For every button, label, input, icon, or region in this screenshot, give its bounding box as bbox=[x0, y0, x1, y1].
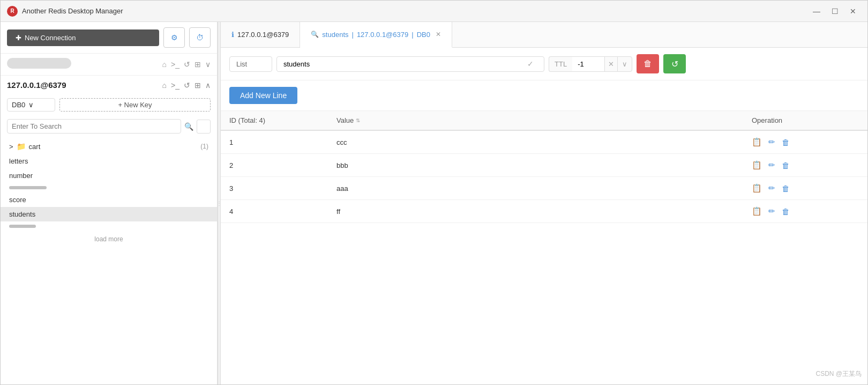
cell-actions-4: 📋 ✏ 🗑 bbox=[752, 206, 859, 216]
key-name-input[interactable] bbox=[276, 56, 544, 72]
add-line-section: Add New Line bbox=[221, 80, 867, 111]
app-logo: R bbox=[7, 6, 18, 17]
cell-value-2: bbb bbox=[336, 161, 752, 169]
checkmark-icon: ✓ bbox=[527, 60, 534, 68]
key-type-selector[interactable]: List bbox=[229, 56, 272, 72]
cell-value-1: ccc bbox=[336, 138, 752, 146]
db-value: DB0 bbox=[12, 101, 25, 109]
edit-icon-4[interactable]: ✏ bbox=[768, 206, 775, 216]
connection-icons: ⌂ >_ ↺ ⊞ ∨ bbox=[162, 60, 211, 69]
main-layout: ✚ New Connection ⚙ ⏱ ⌂ >_ ↺ bbox=[1, 22, 867, 384]
watermark: CSDN @王某鸟 bbox=[815, 369, 862, 379]
title-bar-controls: — ☐ ✕ bbox=[809, 6, 861, 17]
key-name-container: ✓ bbox=[276, 56, 544, 72]
refresh-icon: ↺ bbox=[671, 59, 678, 69]
settings-button[interactable]: ⚙ bbox=[163, 27, 185, 48]
load-more[interactable]: load more bbox=[1, 231, 217, 247]
key-item-name-number: number bbox=[9, 172, 33, 180]
key-item-cart[interactable]: > 📁 cart (1) bbox=[1, 139, 217, 154]
close-button[interactable]: ✕ bbox=[845, 6, 861, 17]
new-key-button[interactable]: + New Key bbox=[59, 98, 211, 112]
table-row: 3 aaa 📋 ✏ 🗑 bbox=[221, 177, 867, 200]
tab-students-name: students bbox=[322, 31, 348, 39]
table-header: ID (Total: 4) Value ⇅ Operation bbox=[221, 111, 867, 131]
edit-icon-2[interactable]: ✏ bbox=[768, 160, 775, 170]
delete-icon-2[interactable]: 🗑 bbox=[782, 161, 790, 170]
sidebar-header: ✚ New Connection ⚙ ⏱ bbox=[1, 22, 217, 54]
column-id: ID (Total: 4) bbox=[229, 116, 336, 124]
table-row: 2 bbb 📋 ✏ 🗑 bbox=[221, 154, 867, 177]
tab-students-server: 127.0.0.1@6379 bbox=[357, 31, 408, 39]
db-selector[interactable]: DB0 ∨ bbox=[7, 98, 55, 112]
server-refresh-icon[interactable]: ↺ bbox=[184, 81, 190, 90]
copy-icon-1[interactable]: 📋 bbox=[752, 137, 762, 147]
maximize-button[interactable]: ☐ bbox=[827, 6, 843, 17]
copy-icon-2[interactable]: 📋 bbox=[752, 160, 762, 170]
key-item-letters[interactable]: letters bbox=[1, 154, 217, 168]
edit-icon-1[interactable]: ✏ bbox=[768, 137, 775, 147]
cell-id-4: 4 bbox=[229, 208, 336, 216]
delete-icon-4[interactable]: 🗑 bbox=[782, 207, 790, 216]
server-chevron-icon[interactable]: ∧ bbox=[205, 81, 211, 90]
delete-icon-1[interactable]: 🗑 bbox=[782, 138, 790, 147]
gear-icon: ⚙ bbox=[171, 33, 178, 42]
ttl-dropdown-button[interactable]: ∨ bbox=[617, 56, 632, 72]
filter-button[interactable] bbox=[197, 120, 211, 134]
connection-item-blurred[interactable]: ⌂ >_ ↺ ⊞ ∨ bbox=[1, 54, 217, 76]
refresh-icon: ↺ bbox=[184, 60, 190, 69]
sort-icon[interactable]: ⇅ bbox=[356, 117, 360, 123]
tab-info[interactable]: ℹ 127.0.0.1@6379 bbox=[221, 22, 300, 47]
search-icon: 🔍 bbox=[184, 122, 193, 131]
scroll-placeholder-2 bbox=[9, 225, 36, 228]
cell-id-3: 3 bbox=[229, 184, 336, 192]
table-row: 4 ff 📋 ✏ 🗑 bbox=[221, 200, 867, 223]
cell-value-3: aaa bbox=[336, 184, 752, 192]
title-bar: R Another Redis Desktop Manager — ☐ ✕ bbox=[1, 1, 867, 22]
server-terminal-icon[interactable]: >_ bbox=[171, 81, 179, 90]
copy-icon-4[interactable]: 📋 bbox=[752, 206, 762, 216]
cell-actions-3: 📋 ✏ 🗑 bbox=[752, 183, 859, 193]
plus-icon: ✚ bbox=[16, 34, 21, 42]
main-content: ℹ 127.0.0.1@6379 🔍 students | 127.0.0.1@… bbox=[221, 22, 867, 384]
new-connection-button[interactable]: ✚ New Connection bbox=[7, 29, 159, 46]
scroll-placeholder bbox=[9, 186, 47, 189]
server-home-icon[interactable]: ⌂ bbox=[162, 81, 167, 90]
add-new-line-button[interactable]: Add New Line bbox=[229, 87, 297, 104]
key-item-count-cart: (1) bbox=[200, 143, 208, 150]
tab-close-button[interactable]: ✕ bbox=[436, 31, 441, 38]
tab-students-db: DB0 bbox=[417, 31, 430, 39]
cell-value-4: ff bbox=[336, 208, 752, 216]
home-icon: ⌂ bbox=[162, 60, 167, 69]
tab-info-label: 127.0.0.1@6379 bbox=[237, 31, 289, 39]
server-section: 127.0.0.1@6379 ⌂ >_ ↺ ⊞ ∧ bbox=[1, 76, 217, 94]
ttl-input[interactable] bbox=[572, 56, 604, 72]
tab-sep2: | bbox=[411, 31, 413, 39]
key-item-name-score: score bbox=[9, 196, 26, 204]
db-controls: DB0 ∨ + New Key bbox=[1, 94, 217, 116]
delete-icon-3[interactable]: 🗑 bbox=[782, 184, 790, 193]
info-icon: ℹ bbox=[231, 31, 234, 39]
delete-key-button[interactable]: 🗑 bbox=[637, 54, 659, 73]
tab-students[interactable]: 🔍 students | 127.0.0.1@6379 | DB0 ✕ bbox=[300, 22, 452, 48]
edit-icon-3[interactable]: ✏ bbox=[768, 183, 775, 193]
key-item-number[interactable]: number bbox=[1, 168, 217, 183]
ttl-clear-button[interactable]: ✕ bbox=[604, 56, 617, 72]
column-operation-label: Operation bbox=[752, 116, 782, 124]
key-item-students[interactable]: students bbox=[1, 207, 217, 221]
refresh-key-button[interactable]: ↺ bbox=[663, 54, 686, 73]
tab-search-icon: 🔍 bbox=[311, 31, 319, 38]
title-bar-left: R Another Redis Desktop Manager bbox=[7, 6, 123, 17]
key-item-name-letters: letters bbox=[9, 157, 28, 165]
key-item-name-cart: > 📁 cart bbox=[9, 142, 40, 151]
search-bar: 🔍 bbox=[1, 116, 217, 137]
key-toolbar: List ✓ TTL ✕ ∨ 🗑 ↺ bbox=[221, 48, 867, 80]
copy-icon-3[interactable]: 📋 bbox=[752, 183, 762, 193]
server-grid-icon[interactable]: ⊞ bbox=[194, 81, 201, 90]
history-button[interactable]: ⏱ bbox=[189, 27, 211, 48]
search-input[interactable] bbox=[7, 119, 181, 134]
cell-id-1: 1 bbox=[229, 138, 336, 146]
key-item-score[interactable]: score bbox=[1, 192, 217, 207]
minimize-button[interactable]: — bbox=[809, 6, 825, 17]
new-connection-label: New Connection bbox=[25, 34, 76, 42]
grid-icon: ⊞ bbox=[194, 60, 201, 69]
